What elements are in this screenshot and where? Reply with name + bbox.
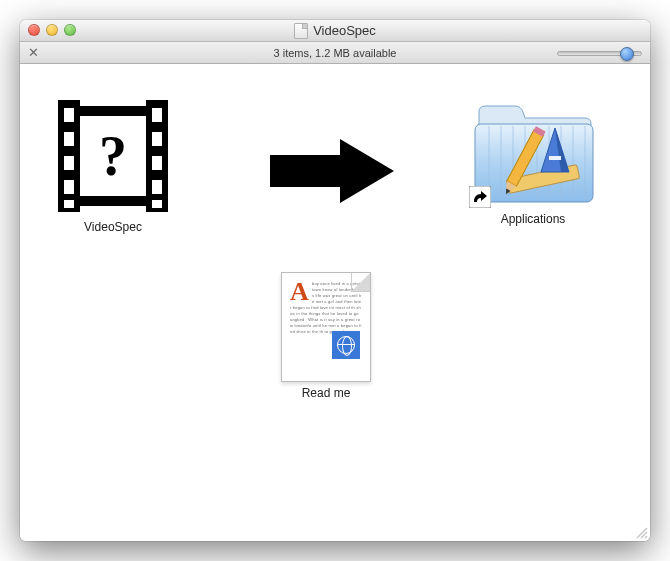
minimize-button[interactable] [46, 24, 58, 36]
alias-arrow-icon [469, 186, 491, 208]
status-text: 3 items, 1.2 MB available [20, 47, 650, 59]
app-icon: ? [58, 96, 168, 216]
slider-knob[interactable] [620, 47, 634, 61]
resize-grip-icon[interactable] [634, 525, 648, 539]
document-icon: A boy once lived in a great town know al… [281, 272, 371, 382]
svg-line-21 [645, 536, 647, 538]
file-item-videospec[interactable]: ? VideoSpec [48, 96, 178, 234]
title-wrap: VideoSpec [20, 23, 650, 39]
question-mark-icon: ? [99, 124, 127, 188]
file-item-applications[interactable]: Applications [468, 100, 598, 226]
disk-image-icon [294, 23, 308, 39]
window-title: VideoSpec [313, 23, 376, 38]
file-label: Applications [501, 212, 566, 226]
arrow-icon [268, 137, 396, 205]
window-content[interactable]: ? VideoSpec [20, 64, 650, 541]
un-emblem-icon [332, 331, 360, 359]
file-label: Read me [302, 386, 351, 400]
file-item-readme[interactable]: A boy once lived in a great town know al… [261, 272, 391, 400]
zoom-button[interactable] [64, 24, 76, 36]
file-label: VideoSpec [84, 220, 142, 234]
close-button[interactable] [28, 24, 40, 36]
svg-rect-17 [549, 156, 561, 160]
icon-size-slider[interactable] [557, 51, 642, 56]
toolbar: ✕ 3 items, 1.2 MB available [20, 42, 650, 64]
finder-window: VideoSpec ✕ 3 items, 1.2 MB available ? … [20, 20, 650, 541]
traffic-lights [28, 24, 76, 36]
applications-folder-icon [469, 100, 597, 208]
window-titlebar[interactable]: VideoSpec [20, 20, 650, 42]
